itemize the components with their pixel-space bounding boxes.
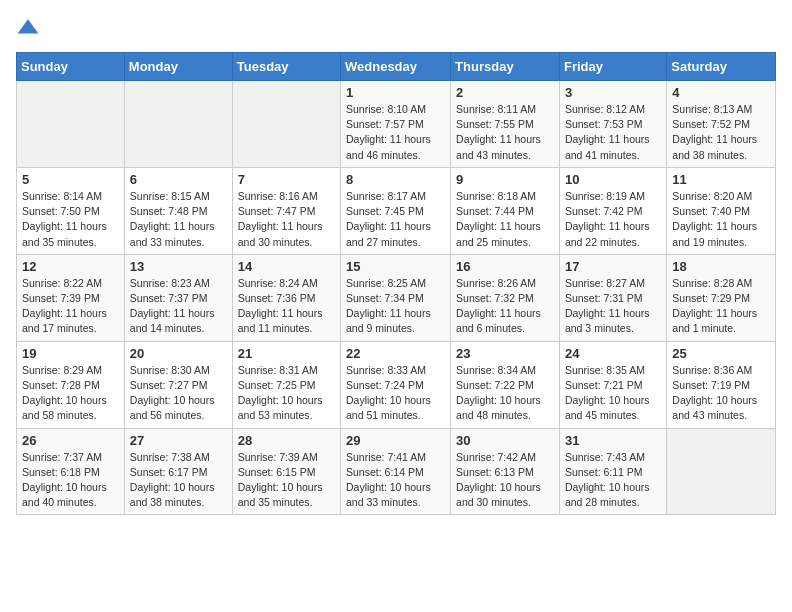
day-number: 7 [238,172,335,187]
day-info: Sunrise: 7:39 AMSunset: 6:15 PMDaylight:… [238,450,335,511]
day-info: Sunrise: 8:17 AMSunset: 7:45 PMDaylight:… [346,189,445,250]
day-info: Sunrise: 8:22 AMSunset: 7:39 PMDaylight:… [22,276,119,337]
day-number: 16 [456,259,554,274]
day-cell: 7Sunrise: 8:16 AMSunset: 7:47 PMDaylight… [232,167,340,254]
day-cell [232,81,340,168]
day-info: Sunrise: 8:23 AMSunset: 7:37 PMDaylight:… [130,276,227,337]
day-number: 27 [130,433,227,448]
day-cell: 15Sunrise: 8:25 AMSunset: 7:34 PMDayligh… [341,254,451,341]
day-cell: 22Sunrise: 8:33 AMSunset: 7:24 PMDayligh… [341,341,451,428]
day-cell: 30Sunrise: 7:42 AMSunset: 6:13 PMDayligh… [451,428,560,515]
day-info: Sunrise: 8:13 AMSunset: 7:52 PMDaylight:… [672,102,770,163]
day-info: Sunrise: 8:35 AMSunset: 7:21 PMDaylight:… [565,363,661,424]
day-cell: 9Sunrise: 8:18 AMSunset: 7:44 PMDaylight… [451,167,560,254]
svg-marker-0 [18,19,39,33]
day-cell: 21Sunrise: 8:31 AMSunset: 7:25 PMDayligh… [232,341,340,428]
day-info: Sunrise: 8:18 AMSunset: 7:44 PMDaylight:… [456,189,554,250]
day-number: 24 [565,346,661,361]
day-cell: 19Sunrise: 8:29 AMSunset: 7:28 PMDayligh… [17,341,125,428]
week-row-4: 19Sunrise: 8:29 AMSunset: 7:28 PMDayligh… [17,341,776,428]
day-info: Sunrise: 8:30 AMSunset: 7:27 PMDaylight:… [130,363,227,424]
header-cell-monday: Monday [124,53,232,81]
day-number: 15 [346,259,445,274]
day-info: Sunrise: 7:38 AMSunset: 6:17 PMDaylight:… [130,450,227,511]
day-number: 17 [565,259,661,274]
day-cell: 14Sunrise: 8:24 AMSunset: 7:36 PMDayligh… [232,254,340,341]
day-cell: 31Sunrise: 7:43 AMSunset: 6:11 PMDayligh… [559,428,666,515]
header-cell-thursday: Thursday [451,53,560,81]
day-info: Sunrise: 8:28 AMSunset: 7:29 PMDaylight:… [672,276,770,337]
day-info: Sunrise: 8:11 AMSunset: 7:55 PMDaylight:… [456,102,554,163]
day-info: Sunrise: 8:24 AMSunset: 7:36 PMDaylight:… [238,276,335,337]
header-cell-tuesday: Tuesday [232,53,340,81]
day-number: 2 [456,85,554,100]
day-cell: 5Sunrise: 8:14 AMSunset: 7:50 PMDaylight… [17,167,125,254]
day-number: 25 [672,346,770,361]
day-cell: 12Sunrise: 8:22 AMSunset: 7:39 PMDayligh… [17,254,125,341]
day-number: 10 [565,172,661,187]
day-info: Sunrise: 8:27 AMSunset: 7:31 PMDaylight:… [565,276,661,337]
week-row-1: 1Sunrise: 8:10 AMSunset: 7:57 PMDaylight… [17,81,776,168]
day-info: Sunrise: 8:29 AMSunset: 7:28 PMDaylight:… [22,363,119,424]
day-info: Sunrise: 8:19 AMSunset: 7:42 PMDaylight:… [565,189,661,250]
day-cell [124,81,232,168]
calendar-header: SundayMondayTuesdayWednesdayThursdayFrid… [17,53,776,81]
day-number: 8 [346,172,445,187]
week-row-3: 12Sunrise: 8:22 AMSunset: 7:39 PMDayligh… [17,254,776,341]
day-info: Sunrise: 8:36 AMSunset: 7:19 PMDaylight:… [672,363,770,424]
day-cell: 28Sunrise: 7:39 AMSunset: 6:15 PMDayligh… [232,428,340,515]
day-number: 29 [346,433,445,448]
day-cell [17,81,125,168]
day-cell: 1Sunrise: 8:10 AMSunset: 7:57 PMDaylight… [341,81,451,168]
day-info: Sunrise: 7:41 AMSunset: 6:14 PMDaylight:… [346,450,445,511]
day-number: 6 [130,172,227,187]
day-number: 12 [22,259,119,274]
day-number: 30 [456,433,554,448]
day-number: 21 [238,346,335,361]
header-row: SundayMondayTuesdayWednesdayThursdayFrid… [17,53,776,81]
day-number: 4 [672,85,770,100]
calendar-body: 1Sunrise: 8:10 AMSunset: 7:57 PMDaylight… [17,81,776,515]
day-cell: 13Sunrise: 8:23 AMSunset: 7:37 PMDayligh… [124,254,232,341]
week-row-5: 26Sunrise: 7:37 AMSunset: 6:18 PMDayligh… [17,428,776,515]
day-cell: 24Sunrise: 8:35 AMSunset: 7:21 PMDayligh… [559,341,666,428]
day-number: 1 [346,85,445,100]
day-info: Sunrise: 8:31 AMSunset: 7:25 PMDaylight:… [238,363,335,424]
day-cell: 10Sunrise: 8:19 AMSunset: 7:42 PMDayligh… [559,167,666,254]
day-number: 19 [22,346,119,361]
day-cell: 29Sunrise: 7:41 AMSunset: 6:14 PMDayligh… [341,428,451,515]
day-number: 26 [22,433,119,448]
day-number: 14 [238,259,335,274]
day-cell [667,428,776,515]
day-info: Sunrise: 8:15 AMSunset: 7:48 PMDaylight:… [130,189,227,250]
header-cell-friday: Friday [559,53,666,81]
day-info: Sunrise: 8:25 AMSunset: 7:34 PMDaylight:… [346,276,445,337]
header-cell-saturday: Saturday [667,53,776,81]
day-number: 23 [456,346,554,361]
day-cell: 20Sunrise: 8:30 AMSunset: 7:27 PMDayligh… [124,341,232,428]
day-cell: 17Sunrise: 8:27 AMSunset: 7:31 PMDayligh… [559,254,666,341]
day-info: Sunrise: 8:26 AMSunset: 7:32 PMDaylight:… [456,276,554,337]
day-info: Sunrise: 7:42 AMSunset: 6:13 PMDaylight:… [456,450,554,511]
day-cell: 26Sunrise: 7:37 AMSunset: 6:18 PMDayligh… [17,428,125,515]
page-header [16,16,776,40]
day-info: Sunrise: 8:20 AMSunset: 7:40 PMDaylight:… [672,189,770,250]
calendar-table: SundayMondayTuesdayWednesdayThursdayFrid… [16,52,776,515]
day-number: 18 [672,259,770,274]
day-cell: 2Sunrise: 8:11 AMSunset: 7:55 PMDaylight… [451,81,560,168]
day-number: 28 [238,433,335,448]
day-info: Sunrise: 8:12 AMSunset: 7:53 PMDaylight:… [565,102,661,163]
day-info: Sunrise: 8:34 AMSunset: 7:22 PMDaylight:… [456,363,554,424]
day-cell: 3Sunrise: 8:12 AMSunset: 7:53 PMDaylight… [559,81,666,168]
day-number: 5 [22,172,119,187]
day-number: 3 [565,85,661,100]
day-number: 22 [346,346,445,361]
day-cell: 27Sunrise: 7:38 AMSunset: 6:17 PMDayligh… [124,428,232,515]
day-cell: 25Sunrise: 8:36 AMSunset: 7:19 PMDayligh… [667,341,776,428]
day-info: Sunrise: 8:14 AMSunset: 7:50 PMDaylight:… [22,189,119,250]
logo-icon [16,16,40,40]
day-number: 13 [130,259,227,274]
day-number: 31 [565,433,661,448]
day-cell: 11Sunrise: 8:20 AMSunset: 7:40 PMDayligh… [667,167,776,254]
day-info: Sunrise: 8:16 AMSunset: 7:47 PMDaylight:… [238,189,335,250]
